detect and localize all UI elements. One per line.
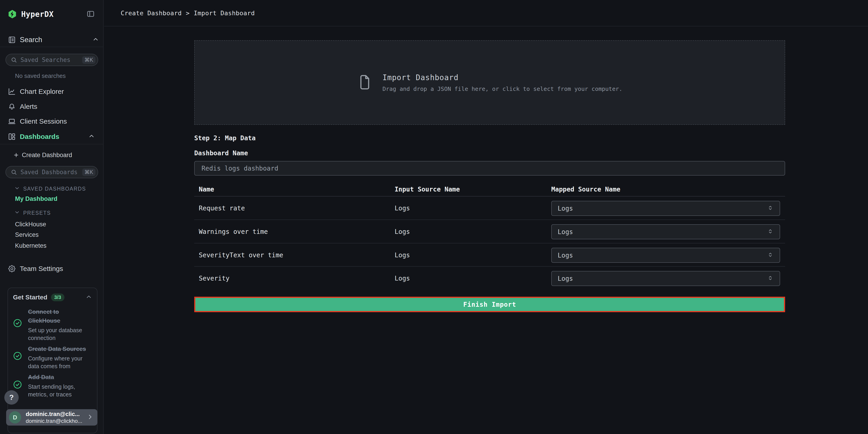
- brand: HyperDX: [7, 8, 54, 20]
- sidebar-item-clickhouse[interactable]: ClickHouse: [15, 221, 46, 228]
- divider: [0, 144, 103, 144]
- user-account-button[interactable]: D dominic.tran@clic... dominic.tran@clic…: [6, 409, 97, 426]
- row-input-source: Logs: [395, 220, 410, 243]
- row-name: Severity: [199, 267, 229, 290]
- app-root: HyperDX Search Saved Searches ⌘K No save…: [0, 0, 868, 434]
- breadcrumb: Create Dashboard>Import Dashboard: [121, 9, 255, 17]
- saved-dashboards-input[interactable]: Saved Dashboards ⌘K: [5, 166, 98, 178]
- select-value: Logs: [558, 252, 767, 259]
- table-row: Severity Logs Logs: [194, 267, 785, 290]
- shortcut-badge: ⌘K: [82, 56, 95, 64]
- group-label-text: PRESETS: [23, 210, 51, 216]
- row-name: SeverityText over time: [199, 244, 283, 267]
- get-started-item[interactable]: Create Data Sources Configure where your…: [28, 344, 92, 370]
- user-name: dominic.tran@clic...: [26, 411, 87, 417]
- get-started-item-title: Add Data: [28, 373, 92, 382]
- nav-label: Client Sessions: [20, 118, 67, 125]
- sidebar-item-team-settings[interactable]: Team Settings: [0, 262, 103, 275]
- file-icon: [357, 72, 373, 94]
- row-name: Request rate: [199, 197, 245, 219]
- saved-searches-input[interactable]: Saved Searches ⌘K: [5, 54, 98, 66]
- get-started-item-subtitle: Configure where your data comes from: [28, 354, 92, 370]
- saved-dashboards-placeholder: Saved Dashboards: [21, 169, 82, 176]
- get-started-title: Get Started: [13, 294, 48, 301]
- chevron-right-icon: [87, 413, 94, 422]
- plus-icon: [13, 152, 20, 158]
- mapped-source-select[interactable]: Logs: [551, 248, 780, 263]
- select-value: Logs: [558, 205, 767, 212]
- help-button[interactable]: ?: [4, 390, 19, 405]
- sidebar-item-dashboards[interactable]: Dashboards: [0, 130, 103, 143]
- saved-searches-placeholder: Saved Searches: [21, 57, 82, 63]
- create-dashboard-button[interactable]: Create Dashboard: [13, 150, 72, 160]
- check-circle-icon: [13, 380, 22, 390]
- nav-label: Alerts: [20, 103, 37, 111]
- search-icon: [10, 57, 17, 63]
- chevron-up-icon[interactable]: [85, 293, 92, 301]
- chevron-up-icon[interactable]: [88, 133, 95, 141]
- sidebar-collapse-icon[interactable]: [86, 9, 95, 19]
- finish-import-button[interactable]: Finish Import: [194, 297, 785, 312]
- check-circle-icon: [13, 318, 22, 329]
- chevron-up-icon[interactable]: [92, 36, 99, 44]
- sidebar-item-client-sessions[interactable]: Client Sessions: [0, 115, 103, 128]
- brand-title: HyperDX: [21, 10, 54, 19]
- table-row: Request rate Logs Logs: [194, 197, 785, 220]
- sidebar-item-kubernetes[interactable]: Kubernetes: [15, 242, 46, 249]
- hyperdx-logo-icon: [7, 9, 17, 19]
- select-value: Logs: [558, 275, 767, 282]
- search-section-label: Search: [20, 36, 42, 44]
- divider: [0, 47, 103, 47]
- presets-group[interactable]: PRESETS: [14, 209, 51, 217]
- select-chevrons-icon: [767, 228, 774, 236]
- get-started-item-subtitle: Start sending logs, metrics, or traces: [28, 383, 92, 398]
- get-started-item-subtitle: Set up your database connection: [28, 326, 92, 342]
- import-dropzone[interactable]: Import Dashboard Drag and drop a JSON fi…: [194, 40, 785, 125]
- mapped-source-select[interactable]: Logs: [551, 271, 780, 286]
- main-content: Create Dashboard>Import Dashboard Import…: [104, 0, 868, 434]
- get-started-item-title: Connect to ClickHouse: [28, 307, 92, 325]
- gear-icon: [7, 265, 16, 273]
- breadcrumb-item-import-dashboard: Import Dashboard: [194, 9, 255, 17]
- row-input-source: Logs: [395, 197, 410, 219]
- get-started-item[interactable]: Connect to ClickHouse Set up your databa…: [28, 307, 92, 342]
- get-started-item-title: Create Data Sources: [28, 344, 92, 353]
- user-info: dominic.tran@clic... dominic.tran@clickh…: [26, 411, 87, 424]
- mapped-source-select[interactable]: Logs: [551, 201, 780, 216]
- shortcut-badge: ⌘K: [82, 168, 95, 176]
- search-icon: [10, 169, 17, 176]
- saved-dashboards-group[interactable]: SAVED DASHBOARDS: [14, 185, 86, 193]
- dashboard-name-label: Dashboard Name: [194, 149, 248, 157]
- avatar: D: [9, 411, 21, 424]
- select-chevrons-icon: [767, 205, 774, 212]
- header-input-source: Input Source Name: [395, 186, 460, 193]
- dashboard-name-input[interactable]: [194, 161, 785, 176]
- notebook-icon: [7, 35, 16, 44]
- nav-label: Chart Explorer: [20, 88, 64, 95]
- sidebar-item-my-dashboard[interactable]: My Dashboard: [15, 195, 57, 203]
- topbar: Create Dashboard>Import Dashboard: [104, 0, 868, 26]
- finish-import-label: Finish Import: [463, 301, 516, 308]
- sidebar-item-chart-explorer[interactable]: Chart Explorer: [0, 85, 103, 98]
- chevron-down-icon: [14, 209, 20, 217]
- nav-label: Dashboards: [20, 133, 59, 141]
- dropzone-title: Import Dashboard: [382, 73, 623, 82]
- sidebar-section-search[interactable]: Search: [7, 33, 103, 46]
- group-label-text: SAVED DASHBOARDS: [23, 186, 86, 192]
- sidebar-item-alerts[interactable]: Alerts: [0, 100, 103, 113]
- dropzone-subtitle: Drag and drop a JSON file here, or click…: [382, 86, 623, 92]
- chevron-down-icon: [14, 185, 20, 192]
- breadcrumb-item-create-dashboard[interactable]: Create Dashboard: [121, 9, 182, 17]
- sidebar-item-services[interactable]: Services: [15, 231, 39, 239]
- table-header: Name Input Source Name Mapped Source Nam…: [194, 183, 785, 196]
- select-chevrons-icon: [767, 275, 774, 282]
- select-chevrons-icon: [767, 251, 774, 259]
- header-name: Name: [199, 186, 214, 193]
- header-mapped-source: Mapped Source Name: [551, 186, 620, 193]
- row-input-source: Logs: [395, 267, 410, 290]
- get-started-header[interactable]: Get Started 3/3: [13, 293, 93, 301]
- mapped-source-select[interactable]: Logs: [551, 224, 780, 239]
- help-label: ?: [9, 393, 14, 402]
- get-started-item[interactable]: Add Data Start sending logs, metrics, or…: [28, 373, 92, 398]
- select-value: Logs: [558, 228, 767, 236]
